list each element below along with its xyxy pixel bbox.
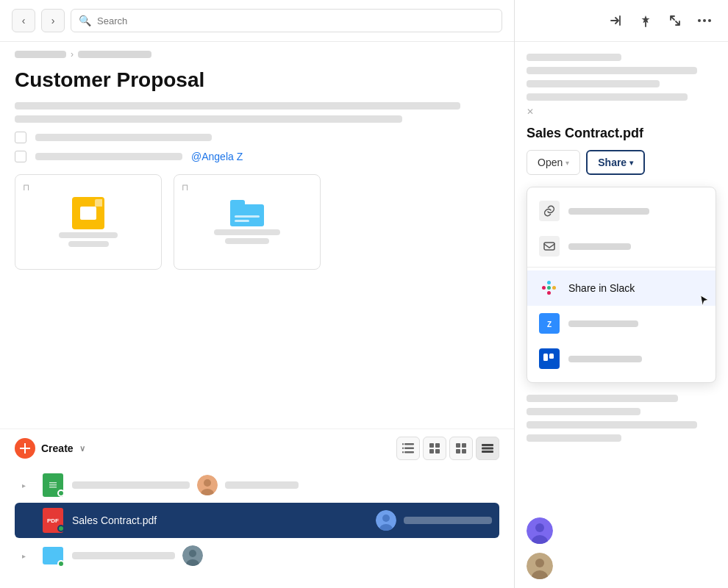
file-name-line-3 (72, 552, 175, 559)
dropdown-item-link[interactable] (527, 193, 715, 229)
view-grid-small-button[interactable] (423, 437, 446, 460)
card-label-2 (68, 241, 109, 247)
expand-arrow-1: ▸ (22, 481, 34, 490)
search-input[interactable] (97, 15, 494, 26)
expand-button[interactable] (663, 9, 687, 32)
file-row-sheets[interactable]: ▸ (15, 467, 499, 503)
svg-rect-7 (435, 443, 440, 448)
pdf-file-name: Sales Contract.pdf (72, 514, 368, 526)
forward-icon: › (51, 15, 55, 26)
svg-rect-0 (404, 443, 414, 445)
svg-rect-4 (404, 451, 414, 453)
card-slides[interactable]: ⊓ (15, 174, 162, 270)
left-panel: ‹ › 🔍 › Customer Proposal @Ang (0, 0, 515, 588)
avatar-woman2-img (527, 517, 553, 544)
svg-rect-39 (547, 291, 551, 295)
more-line-4 (527, 434, 621, 442)
file-title: Sales Contract.pdf (527, 126, 716, 141)
card-folder-label-1 (214, 229, 280, 235)
bottom-avatars (515, 509, 728, 588)
svg-text:Z: Z (547, 320, 552, 329)
forward-button[interactable]: › (41, 9, 65, 32)
content-line-2 (15, 115, 402, 123)
trello-icon (539, 348, 560, 369)
svg-rect-10 (456, 443, 460, 448)
card-folder-label-2 (225, 238, 269, 244)
card-label-1 (59, 232, 118, 238)
checkbox-row-2: @Angela Z (15, 151, 499, 162)
svg-point-31 (698, 19, 701, 22)
breadcrumb-item-2[interactable] (78, 51, 151, 58)
open-button[interactable]: Open ▾ (527, 150, 580, 175)
link-icon (539, 201, 560, 221)
file-list: ▸ (0, 467, 514, 588)
view-detail-button[interactable] (476, 437, 499, 460)
open-label: Open (538, 157, 563, 168)
open-dropdown-arrow: ▾ (565, 159, 569, 167)
right-top-bar (515, 0, 728, 42)
view-buttons (396, 437, 499, 460)
trello-line (568, 356, 642, 362)
svg-rect-13 (462, 449, 466, 453)
avatar-woman1 (197, 475, 218, 495)
file-title-section: Sales Contract.pdf Open ▾ Share ▾ (527, 126, 716, 175)
svg-rect-19 (49, 484, 57, 486)
detail-view-icon (482, 444, 493, 453)
svg-rect-44 (549, 354, 554, 359)
file-row-pdf[interactable]: PDF Sales Contract.pdf (15, 503, 499, 538)
back-button[interactable]: ‹ (12, 9, 35, 32)
dropdown-item-email[interactable] (527, 229, 715, 264)
mention-angela[interactable]: @Angela Z (191, 151, 243, 162)
avatar-man1 (376, 510, 396, 531)
share-button[interactable]: Share ▾ (586, 150, 645, 175)
avatar-3 (182, 545, 203, 566)
breadcrumb-separator: › (71, 49, 74, 60)
dropdown-item-trello[interactable] (527, 341, 715, 376)
svg-point-33 (708, 19, 711, 22)
toolbar: Create ∨ (0, 429, 514, 467)
email-line (568, 243, 631, 250)
slack-icon (539, 278, 560, 298)
sheets-icon-wrap (41, 473, 65, 497)
checkbox-1[interactable] (15, 132, 26, 143)
checkbox-2[interactable] (15, 151, 26, 162)
export-button[interactable] (604, 9, 628, 32)
breadcrumb: › (0, 42, 514, 62)
avatar-man3-img (527, 553, 553, 579)
avatar-row-2 (527, 553, 716, 579)
more-placeholder-lines (527, 395, 716, 442)
avatar-2 (376, 510, 396, 531)
grid-large-icon (456, 443, 466, 453)
file-row-folder[interactable]: ▸ (15, 538, 499, 573)
create-label: Create (41, 442, 74, 454)
right-placeholder-2 (527, 67, 697, 74)
create-button[interactable]: Create ∨ (15, 438, 85, 459)
svg-point-28 (189, 550, 196, 557)
content-line-1 (15, 102, 460, 110)
right-content: ✕ Sales Contract.pdf Open ▾ Share ▾ (515, 42, 728, 509)
dropdown-item-slack[interactable]: Share in Slack (527, 270, 715, 306)
more-line-1 (527, 395, 678, 402)
breadcrumb-item-1[interactable] (15, 51, 66, 58)
search-bar[interactable]: 🔍 (71, 9, 502, 32)
view-list-button[interactable] (396, 437, 420, 460)
export-icon (610, 14, 623, 27)
dropdown-item-zoom[interactable]: Z (527, 306, 715, 341)
file-meta-1 (225, 481, 299, 489)
pin-button[interactable] (634, 9, 657, 32)
card-folder[interactable]: ⊓ (174, 174, 321, 270)
avatar-row-1 (527, 517, 716, 544)
avatar-woman2 (527, 517, 553, 544)
x-close: ✕ (527, 107, 716, 117)
dropdown-divider-1 (527, 267, 715, 268)
svg-rect-38 (552, 286, 556, 290)
folder-icon (230, 200, 264, 226)
avatar-man2 (182, 545, 203, 566)
more-button[interactable] (693, 9, 716, 32)
svg-point-32 (703, 19, 706, 22)
list-view-icon (402, 443, 414, 453)
cards-row: ⊓ ⊓ (15, 174, 499, 270)
zoom-line (568, 320, 638, 327)
avatar-1 (197, 475, 218, 495)
view-grid-large-button[interactable] (449, 437, 473, 460)
